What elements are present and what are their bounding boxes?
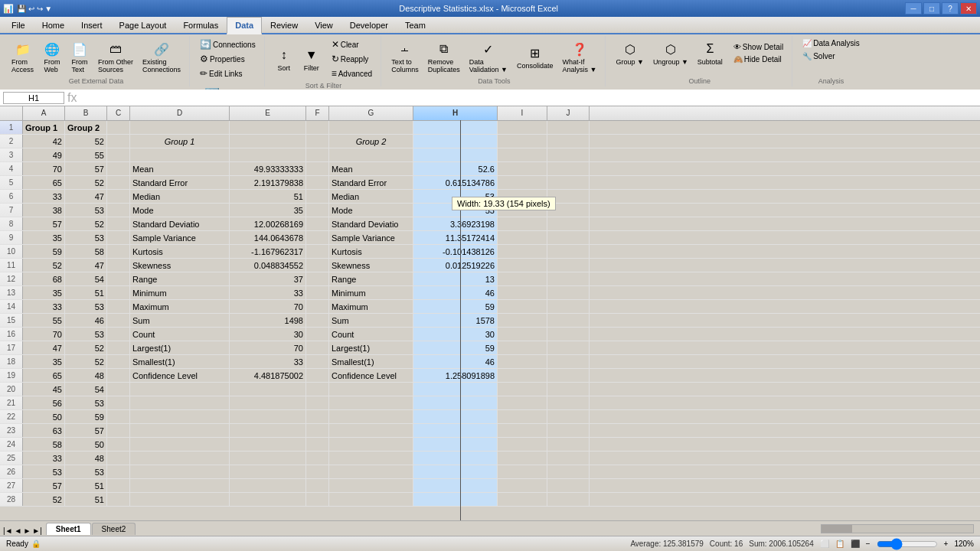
minimize-button[interactable]: ─ (905, 2, 922, 15)
advanced-button[interactable]: ≡ Advanced (328, 67, 377, 80)
consolidate-button[interactable]: ⊞ Consolidate (513, 41, 557, 72)
cell-g21[interactable] (329, 396, 413, 409)
cell-e25[interactable] (230, 452, 306, 465)
cell-d23[interactable] (130, 424, 230, 437)
cell-h15[interactable]: 1578 (413, 314, 498, 327)
cell-c6[interactable] (107, 190, 130, 203)
cell-b17[interactable]: 52 (65, 341, 107, 354)
cell-a20[interactable]: 45 (23, 383, 65, 396)
title-bar-controls[interactable]: ─ □ ? ✕ (905, 2, 977, 15)
cell-g5[interactable]: Standard Error (329, 176, 413, 189)
horizontal-scrollbar[interactable] (821, 524, 974, 533)
cell-b21[interactable]: 53 (65, 396, 107, 409)
cell-i3[interactable] (498, 148, 547, 161)
cell-b25[interactable]: 48 (65, 452, 107, 465)
cell-j2[interactable] (547, 135, 590, 148)
maximize-button[interactable]: □ (923, 2, 940, 15)
tab-developer[interactable]: Developer (341, 17, 397, 33)
cell-c24[interactable] (107, 438, 130, 451)
cell-e18[interactable]: 33 (230, 355, 306, 368)
col-header-b[interactable]: B (65, 106, 107, 120)
cell-e5[interactable]: 2.191379838 (230, 176, 306, 189)
cell-d21[interactable] (130, 396, 230, 409)
cell-e27[interactable] (230, 479, 306, 492)
cell-f2[interactable] (306, 135, 329, 148)
cell-b15[interactable]: 46 (65, 314, 107, 327)
cell-b22[interactable]: 59 (65, 410, 107, 423)
cell-c15[interactable] (107, 314, 130, 327)
cell-d13[interactable]: Minimum (130, 286, 230, 299)
cell-j24[interactable] (547, 438, 590, 451)
cell-e22[interactable] (230, 410, 306, 423)
what-if-button[interactable]: ❓ What-IfAnalysis ▼ (559, 37, 601, 76)
cell-h9[interactable]: 11.35172414 (413, 231, 498, 244)
cell-i5[interactable] (498, 176, 547, 189)
cell-b7[interactable]: 53 (65, 204, 107, 217)
cell-d3[interactable] (130, 148, 230, 161)
cell-b8[interactable]: 52 (65, 217, 107, 230)
cell-i20[interactable] (498, 383, 547, 396)
cell-i28[interactable] (498, 493, 547, 506)
cell-e23[interactable] (230, 424, 306, 437)
cell-e4[interactable]: 49.93333333 (230, 162, 306, 175)
cell-g25[interactable] (329, 452, 413, 465)
cell-c13[interactable] (107, 286, 130, 299)
cell-h24[interactable] (413, 438, 498, 451)
cell-d4[interactable]: Mean (130, 162, 230, 175)
cell-c22[interactable] (107, 410, 130, 423)
data-analysis-button[interactable]: 📈 Data Analysis (799, 37, 864, 49)
cell-f13[interactable] (306, 286, 329, 299)
cell-j8[interactable] (547, 217, 590, 230)
cell-i14[interactable] (498, 300, 547, 313)
cell-j28[interactable] (547, 493, 590, 506)
cell-a15[interactable]: 55 (23, 314, 65, 327)
cell-j16[interactable] (547, 328, 590, 341)
cell-d1[interactable] (130, 121, 230, 134)
cell-b11[interactable]: 47 (65, 259, 107, 272)
cell-h12[interactable]: 13 (413, 272, 498, 285)
cell-e10[interactable]: -1.167962317 (230, 245, 306, 258)
cell-c12[interactable] (107, 272, 130, 285)
cell-g22[interactable] (329, 410, 413, 423)
cell-c25[interactable] (107, 452, 130, 465)
view-break-icon[interactable]: ⬛ (851, 540, 860, 548)
from-other-button[interactable]: 🗃 From OtherSources (94, 37, 137, 76)
cell-d2[interactable]: Group 1 (130, 135, 230, 148)
cell-c9[interactable] (107, 231, 130, 244)
cell-h2[interactable] (413, 135, 498, 148)
cell-f23[interactable] (306, 424, 329, 437)
cell-a19[interactable]: 65 (23, 369, 65, 382)
cell-c18[interactable] (107, 355, 130, 368)
tab-page-layout[interactable]: Page Layout (111, 17, 175, 33)
cell-d12[interactable]: Range (130, 272, 230, 285)
cell-d22[interactable] (130, 410, 230, 423)
reapply-button[interactable]: ↻ Reapply (328, 52, 377, 66)
sheet-tab-1[interactable]: Sheet1 (46, 523, 91, 535)
cell-h25[interactable] (413, 452, 498, 465)
cell-d11[interactable]: Skewness (130, 259, 230, 272)
cell-j18[interactable] (547, 355, 590, 368)
close-button[interactable]: ✕ (960, 2, 977, 15)
cell-g17[interactable]: Largest(1) (329, 341, 413, 354)
cell-b16[interactable]: 53 (65, 328, 107, 341)
cell-h27[interactable] (413, 479, 498, 492)
cell-e15[interactable]: 1498 (230, 314, 306, 327)
cell-e28[interactable] (230, 493, 306, 506)
cell-e9[interactable]: 144.0643678 (230, 231, 306, 244)
cell-i13[interactable] (498, 286, 547, 299)
cell-i9[interactable] (498, 231, 547, 244)
cell-d17[interactable]: Largest(1) (130, 341, 230, 354)
cell-b12[interactable]: 54 (65, 272, 107, 285)
cell-g27[interactable] (329, 479, 413, 492)
cell-i1[interactable] (498, 121, 547, 134)
view-normal-icon[interactable]: ⬜ (820, 540, 829, 548)
cell-f26[interactable] (306, 465, 329, 478)
cell-e7[interactable]: 35 (230, 204, 306, 217)
scrollbar-thumb[interactable] (822, 525, 852, 533)
cell-h17[interactable]: 59 (413, 341, 498, 354)
cell-a3[interactable]: 49 (23, 148, 65, 161)
cell-g14[interactable]: Maximum (329, 300, 413, 313)
cell-d15[interactable]: Sum (130, 314, 230, 327)
cell-b13[interactable]: 51 (65, 286, 107, 299)
cell-f1[interactable] (306, 121, 329, 134)
